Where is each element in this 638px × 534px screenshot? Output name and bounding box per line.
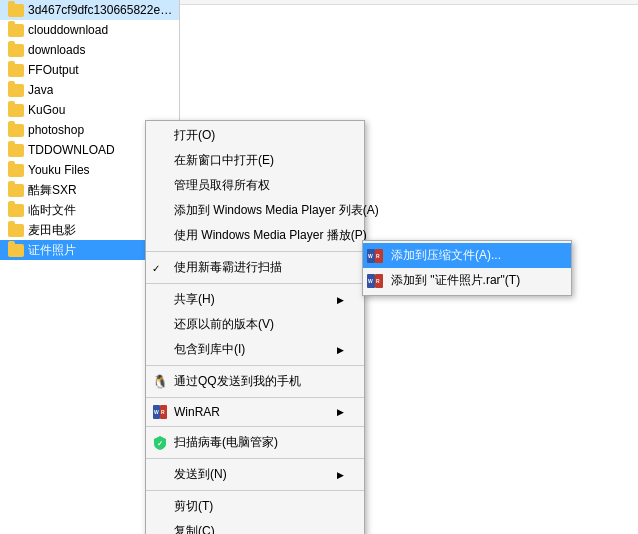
file-item[interactable]: FFOutput (0, 60, 179, 80)
file-name: Java (28, 83, 53, 97)
file-item[interactable]: downloads (0, 40, 179, 60)
menu-item-label: 打开(O) (174, 127, 215, 144)
menu-item-label: 扫描病毒(电脑管家) (174, 434, 278, 451)
file-name: 证件照片 (28, 242, 76, 259)
folder-icon (8, 82, 24, 98)
shield-icon: ✓ (150, 435, 170, 451)
menu-item-label: 使用新毒霸进行扫描 (174, 259, 282, 276)
folder-icon (8, 222, 24, 238)
menu-item-label: 共享(H) (174, 291, 215, 308)
qq-icon: 🐧 (150, 374, 170, 390)
file-name: downloads (28, 43, 85, 57)
file-name: Youku Files (28, 163, 90, 177)
context-menu-item-restore[interactable]: 还原以前的版本(V) (146, 312, 364, 337)
menu-separator (146, 283, 364, 284)
column-headers (180, 0, 638, 5)
context-menu-item-open[interactable]: 打开(O) (146, 123, 364, 148)
sub-menu-item-label: 添加到 "证件照片.rar"(T) (391, 272, 520, 289)
folder-icon (8, 162, 24, 178)
file-item[interactable]: 3d467cf9dfc130665822e65d04dd (0, 0, 179, 20)
svg-text:W: W (368, 278, 373, 284)
context-menu-item-open_new_window[interactable]: 在新窗口中打开(E) (146, 148, 364, 173)
winrar-sub-menu: W R 添加到压缩文件(A)... W R 添加到 "证件照片.rar"(T) (362, 240, 572, 296)
folder-icon (8, 42, 24, 58)
context-menu-item-copy[interactable]: 复制(C) (146, 519, 364, 534)
svg-text:W: W (368, 253, 373, 259)
menu-separator (146, 490, 364, 491)
folder-icon (8, 2, 24, 18)
svg-text:R: R (376, 253, 380, 259)
svg-text:W: W (154, 409, 159, 415)
menu-item-label: 还原以前的版本(V) (174, 316, 274, 333)
menu-item-label: 包含到库中(I) (174, 341, 245, 358)
context-menu-item-include_lib[interactable]: 包含到库中(I) (146, 337, 364, 362)
context-menu-item-send_to[interactable]: 发送到(N) (146, 462, 364, 487)
folder-icon (8, 142, 24, 158)
menu-item-label: 发送到(N) (174, 466, 227, 483)
svg-text:✓: ✓ (157, 440, 163, 447)
context-menu-item-play_wmp[interactable]: 使用 Windows Media Player 播放(P) (146, 223, 364, 248)
context-menu: 打开(O)在新窗口中打开(E)管理员取得所有权添加到 Windows Media… (145, 120, 365, 534)
menu-separator (146, 458, 364, 459)
folder-icon (8, 202, 24, 218)
menu-item-label: 管理员取得所有权 (174, 177, 270, 194)
folder-icon (8, 122, 24, 138)
menu-item-label: 剪切(T) (174, 498, 213, 515)
context-menu-item-qq_send[interactable]: 🐧通过QQ发送到我的手机 (146, 369, 364, 394)
file-name: FFOutput (28, 63, 79, 77)
file-name: photoshop (28, 123, 84, 137)
file-name: KuGou (28, 103, 65, 117)
rar-icon: W R (367, 273, 387, 289)
menu-item-label: 在新窗口中打开(E) (174, 152, 274, 169)
sub-menu-item-add_rar[interactable]: W R 添加到 "证件照片.rar"(T) (363, 268, 571, 293)
context-menu-item-share[interactable]: 共享(H) (146, 287, 364, 312)
check-icon: ✓ (152, 262, 160, 273)
file-name: 3d467cf9dfc130665822e65d04dd (28, 3, 175, 17)
context-menu-item-winrar[interactable]: W R WinRAR (146, 401, 364, 423)
folder-icon (8, 102, 24, 118)
menu-item-label: 添加到 Windows Media Player 列表(A) (174, 202, 379, 219)
folder-icon (8, 242, 24, 258)
menu-separator (146, 426, 364, 427)
folder-icon (8, 22, 24, 38)
menu-separator (146, 397, 364, 398)
menu-item-label: 复制(C) (174, 523, 215, 534)
context-menu-item-admin[interactable]: 管理员取得所有权 (146, 173, 364, 198)
svg-text:R: R (376, 278, 380, 284)
file-item[interactable]: KuGou (0, 100, 179, 120)
folder-icon (8, 62, 24, 78)
menu-item-label: WinRAR (174, 405, 220, 419)
context-menu-item-scan_360[interactable]: ✓ 扫描病毒(电脑管家) (146, 430, 364, 455)
file-item[interactable]: clouddownload (0, 20, 179, 40)
svg-text:R: R (161, 409, 165, 415)
file-name: clouddownload (28, 23, 108, 37)
file-name: TDDOWNLOAD (28, 143, 115, 157)
rar-icon: W R (367, 248, 387, 264)
file-name: 临时文件 (28, 202, 76, 219)
context-menu-item-cut[interactable]: 剪切(T) (146, 494, 364, 519)
file-name: 酷舞SXR (28, 182, 77, 199)
file-item[interactable]: Java (0, 80, 179, 100)
menu-item-label: 通过QQ发送到我的手机 (174, 373, 301, 390)
menu-separator (146, 251, 364, 252)
context-menu-item-add_wmp[interactable]: 添加到 Windows Media Player 列表(A) (146, 198, 364, 223)
file-name: 麦田电影 (28, 222, 76, 239)
menu-separator (146, 365, 364, 366)
menu-item-label: 使用 Windows Media Player 播放(P) (174, 227, 367, 244)
sub-menu-item-label: 添加到压缩文件(A)... (391, 247, 501, 264)
winrar-icon: W R (150, 404, 170, 420)
context-menu-item-xinduba[interactable]: ✓使用新毒霸进行扫描 (146, 255, 364, 280)
sub-menu-item-add_archive[interactable]: W R 添加到压缩文件(A)... (363, 243, 571, 268)
folder-icon (8, 182, 24, 198)
